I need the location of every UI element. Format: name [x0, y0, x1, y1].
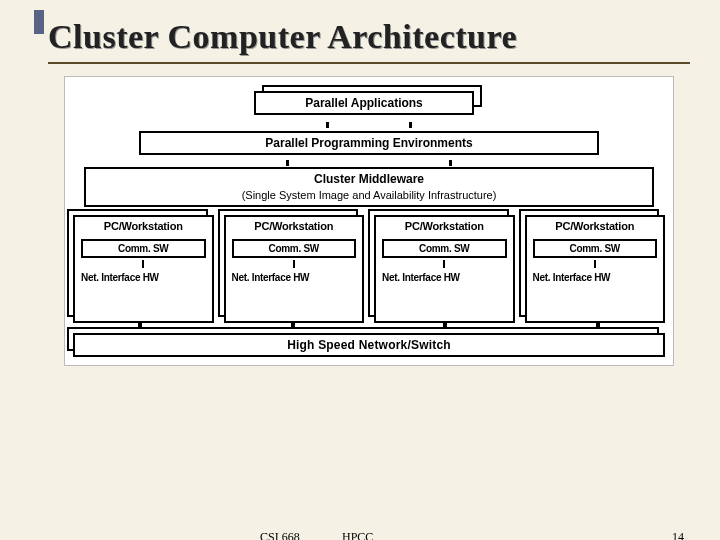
node-title: PC/Workstation — [226, 217, 363, 237]
high-speed-network-box: High Speed Network/Switch — [73, 333, 665, 357]
connector-icon — [443, 260, 445, 268]
comm-sw-box: Comm. SW — [232, 239, 357, 258]
comm-sw-box: Comm. SW — [81, 239, 206, 258]
nodes-row: PC/Workstation Comm. SW Net. Interface H… — [73, 215, 665, 323]
title-rule — [48, 62, 690, 64]
net-interface-label: Net. Interface HW — [226, 268, 363, 283]
connector-row — [73, 122, 665, 128]
workstation-node: PC/Workstation Comm. SW Net. Interface H… — [73, 215, 214, 323]
footer-course: CSI 668 — [260, 530, 300, 540]
parallel-applications-box: Parallel Applications — [254, 91, 474, 115]
high-speed-network-layer: High Speed Network/Switch — [73, 333, 665, 357]
programming-environments-box: Parallel Programming Environments — [139, 131, 599, 155]
page-number: 14 — [672, 530, 684, 540]
slide-title: Cluster Computer Architecture — [48, 18, 690, 56]
net-interface-label: Net. Interface HW — [75, 268, 212, 283]
connector-icon — [326, 122, 329, 128]
connector-icon — [293, 260, 295, 268]
workstation-node: PC/Workstation Comm. SW Net. Interface H… — [374, 215, 515, 323]
workstation-node: PC/Workstation Comm. SW Net. Interface H… — [224, 215, 365, 323]
connector-icon — [286, 160, 289, 166]
node-title: PC/Workstation — [376, 217, 513, 237]
node-column: PC/Workstation Comm. SW Net. Interface H… — [525, 215, 666, 323]
middleware-title: Cluster Middleware — [314, 172, 424, 186]
footer-topic: HPCC — [342, 530, 373, 540]
node-column: PC/Workstation Comm. SW Net. Interface H… — [73, 215, 214, 323]
middleware-subtitle: (Single System Image and Availability In… — [92, 188, 646, 202]
comm-sw-box: Comm. SW — [382, 239, 507, 258]
connector-icon — [449, 160, 452, 166]
slide-content: Cluster Computer Architecture Parallel A… — [0, 0, 720, 376]
connector-row — [73, 160, 665, 166]
node-title: PC/Workstation — [75, 217, 212, 237]
net-interface-label: Net. Interface HW — [376, 268, 513, 283]
connector-icon — [409, 122, 412, 128]
connector-icon — [594, 260, 596, 268]
net-interface-label: Net. Interface HW — [527, 268, 664, 283]
comm-sw-box: Comm. SW — [533, 239, 658, 258]
node-column: PC/Workstation Comm. SW Net. Interface H… — [374, 215, 515, 323]
architecture-diagram: Parallel Applications Parallel Programmi… — [64, 76, 674, 366]
node-title: PC/Workstation — [527, 217, 664, 237]
parallel-applications-layer: Parallel Applications — [254, 87, 484, 117]
node-column: PC/Workstation Comm. SW Net. Interface H… — [224, 215, 365, 323]
workstation-node: PC/Workstation Comm. SW Net. Interface H… — [525, 215, 666, 323]
connector-icon — [142, 260, 144, 268]
slide-accent — [34, 10, 44, 34]
middleware-box: Cluster Middleware (Single System Image … — [84, 167, 654, 207]
